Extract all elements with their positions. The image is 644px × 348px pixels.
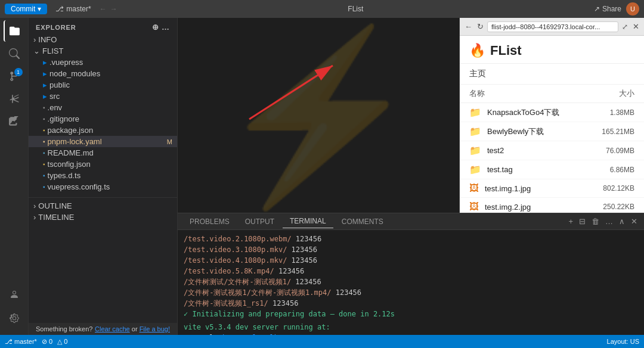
file-row[interactable]: 📁 BewlyBewly下载 165.21MB [460,122,644,141]
tree-vuepress-config[interactable]: ▪ vuepress.config.ts [29,181,177,192]
status-warnings[interactable]: △ 0 [57,338,67,346]
sidebar-section-flist[interactable]: ⌄ FLIST [29,45,177,57]
tree-public[interactable]: ▸ public [29,79,177,91]
file-type-icon: 🖼 [469,201,479,212]
status-layout[interactable]: Layout: US [607,338,639,345]
window-title: FList [348,5,363,13]
tree-vuepress[interactable]: ▸ .vuepress [29,57,177,68]
tree-env[interactable]: ▪ .env [29,102,177,113]
titlebar-right: ↗ Share U [594,2,639,15]
file-name: KnapsackToGo4下载 [487,107,610,118]
preview-content: 🔥 FList 主页 名称 大小 📁 KnapsackToGo4下载 1.38M… [460,36,644,213]
file-name: test2 [487,146,606,155]
delete-terminal-icon[interactable]: 🗑 [590,216,601,227]
file-row[interactable]: 📁 KnapsackToGo4下载 1.38MB [460,103,644,122]
browser-refresh-icon[interactable]: ↻ [476,21,485,32]
file-icon-yaml: ▪ [43,138,45,145]
status-errors[interactable]: ⊘ 0 [42,338,52,346]
activity-explorer[interactable] [4,20,25,42]
sidebar-section-timeline[interactable]: › TIMELINE [29,212,177,223]
tab-output[interactable]: OUTPUT [238,215,281,228]
activity-accounts[interactable] [4,284,25,305]
editor-preview-split: ⚡ ← ↻ flist-jodd--8080--41692973.loca [178,18,644,213]
preview-url[interactable]: flist-jodd--8080--41692973.local-cor... [487,21,618,32]
vuepress-label: .vuepress [49,58,83,67]
nav-fwd[interactable]: → [110,5,117,13]
activity-debug[interactable] [4,88,25,110]
file-icon-json: ▪ [43,161,45,167]
file-icon-ts: ▪ [43,172,45,179]
sidebar-header-icons: ⊕ … [152,23,170,32]
gitignore-label: .gitignore [48,114,79,123]
public-label: public [49,80,70,89]
scm-badge: 1 [14,68,23,76]
branch-icon: ⎇ [55,5,64,13]
outline-label: OUTLINE [38,201,72,210]
file-type-icon: 🖼 [469,183,479,194]
open-external-icon[interactable]: ⤢ [621,21,629,32]
tree-types[interactable]: ▪ types.d.ts [29,170,177,181]
activity-search[interactable] [4,43,25,64]
preview-breadcrumb[interactable]: 主页 [460,64,644,85]
clear-cache-link[interactable]: Clear cache [95,325,130,333]
file-row[interactable]: 🖼 test.img.1.jpg 802.12KB [460,179,644,198]
tree-gitignore[interactable]: ▪ .gitignore [29,113,177,125]
close-preview-icon[interactable]: ✕ [631,21,640,32]
tree-src[interactable]: ▸ src [29,91,177,102]
tab-comments[interactable]: COMMENTS [335,215,391,228]
file-type-icon: 📁 [469,107,481,118]
status-branch[interactable]: ⎇ master* [5,338,37,346]
editor-area: ⚡ ← ↻ flist-jodd--8080--41692973.loca [178,18,644,335]
preview-title: FList [490,43,522,58]
activity-settings[interactable] [4,307,25,329]
chevron-up-icon[interactable]: ∧ [617,216,627,227]
more-terminal-icon[interactable]: … [603,216,615,227]
tree-node-modules[interactable]: ▸ node_modules [29,68,177,79]
file-icon-ts: ▪ [43,184,45,190]
tab-problems[interactable]: PROBLEMS [182,215,237,228]
close-terminal-icon[interactable]: ✕ [629,216,639,227]
file-size: 250.22KB [603,203,634,211]
tab-terminal[interactable]: TERMINAL [283,215,333,228]
chevron-right-icon: › [33,201,36,210]
file-row[interactable]: 📁 test2 76.09MB [460,141,644,160]
share-button[interactable]: ↗ Share [594,5,621,13]
terminal-line: /test.video.5.8K.mp4/ 123456 [184,266,638,276]
terminal-line: /文件树-测试视频1_rs1/ 123456 [184,298,638,309]
file-size: 76.09MB [606,147,634,155]
tree-readme[interactable]: ▪ README.md [29,147,177,159]
activity-scm[interactable]: 1 [4,66,25,87]
sidebar-section-outline[interactable]: › OUTLINE [29,197,177,212]
file-name: test.img.1.jpg [485,184,603,193]
file-row[interactable]: 🖼 test.img.2.jpg 250.22KB [460,198,644,213]
status-bar: ⎇ master* ⊘ 0 △ 0 Layout: US [0,335,644,348]
more-options-icon[interactable]: … [162,23,170,32]
file-size: 1.38MB [610,108,634,117]
activity-extensions[interactable] [4,111,25,132]
sidebar-section-info[interactable]: › INFO [29,34,177,45]
titlebar-left: Commit ▾ ⎇ master* ← → [5,4,117,14]
split-terminal-icon[interactable]: ⊟ [577,216,587,227]
browser-back-icon[interactable]: ← [463,21,473,32]
types-label: types.d.ts [48,171,81,180]
tree-package-json[interactable]: ▪ package.json [29,125,177,136]
lightning-decoration: ⚡ [215,32,423,199]
file-type-icon: 📁 [469,164,481,175]
nav-back[interactable]: ← [100,5,107,13]
file-type-icon: 📁 [469,126,481,137]
add-terminal-icon[interactable]: + [566,216,575,227]
new-file-icon[interactable]: ⊕ [152,23,159,32]
terminal-tab-icons: + ⊟ 🗑 … ∧ ✕ [566,216,639,227]
avatar[interactable]: U [626,2,639,15]
sidebar: EXPLORER ⊕ … › INFO ⌄ FLIST ▸ .vuepress … [29,18,178,335]
branch-area: ⎇ master* [55,5,91,13]
commit-button[interactable]: Commit ▾ [5,4,47,14]
file-row[interactable]: 📁 test.tag 6.86MB [460,160,644,179]
terminal-line: /test.video.4.1080p.mkv/ 123456 [184,255,638,266]
terminal-body: /test.video.2.1080p.webm/ 123456 /test.v… [178,230,644,335]
status-errors-label: ⊘ 0 [42,338,52,346]
tree-tsconfig[interactable]: ▪ tsconfig.json [29,159,177,170]
file-bug-link[interactable]: File a bug! [140,325,170,333]
tsconfig-label: tsconfig.json [48,160,91,169]
tree-pnpm-lock[interactable]: ▪ pnpm-lock.yaml M [29,136,177,147]
